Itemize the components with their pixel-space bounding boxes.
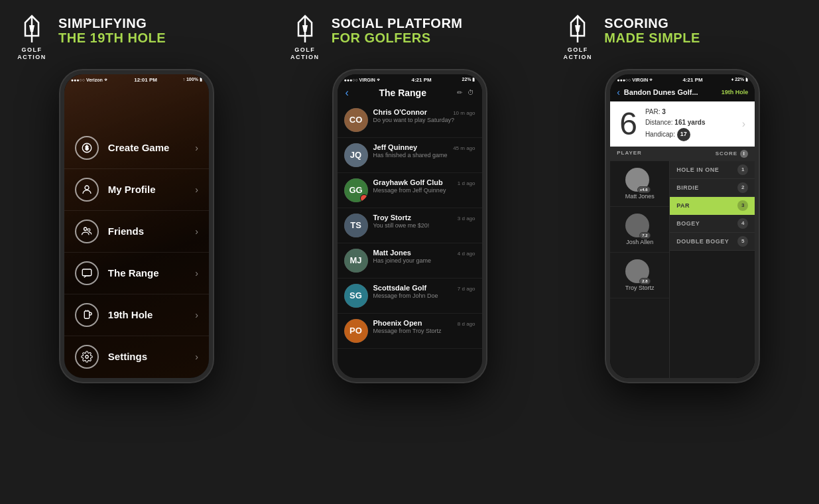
chat-avatar-2: GG [344,178,368,202]
the-range-icon-circle [75,261,99,285]
chat-content-6: Phoenix Open 8 d ago Message from Troy S… [373,319,475,334]
settings-chevron: › [195,351,198,362]
score-num-1: 2 [737,182,748,193]
menu-item-the-range[interactable]: The Range › [64,253,209,294]
hole-chevron-icon[interactable]: › [742,118,745,130]
chat-item-5[interactable]: SG Scottsdale Golf 7 d ago Message from … [338,279,482,314]
avatar-fallback-1: JQ [344,143,368,167]
chat-item-0[interactable]: CO Chris O'Connor 10 m ago Do you want t… [338,103,482,138]
player-row-1: 7.2 Josh Allen [610,207,669,253]
handicap-badge: 17 [677,128,690,141]
panel-2-tagline: SOCIAL PLATFORM FOR GOLFERS [332,13,463,45]
status-center-2: 4:21 PM [411,77,431,83]
menu-item-19th-hole[interactable]: 19th Hole › [64,294,209,336]
chat-time-3: 3 d ago [458,216,475,221]
create-game-label: Create Game [108,142,195,153]
the-range-label: The Range [108,267,195,279]
score-phone-content: ●●●○○ VIRGIN ᯤ 4:21 PM ♦ 22% ▮ ‹ Bandon … [610,74,755,378]
panels-container: GOLF ACTION SIMPLIFYING THE 19TH HOLE ●●… [0,0,819,504]
score-num-0: 1 [737,164,748,175]
logo-text-1: GOLF ACTION [17,46,46,61]
svg-text:$: $ [86,145,89,151]
chat-time-6: 8 d ago [458,321,475,327]
menu-item-create-game[interactable]: $ Create Game › [64,127,209,169]
chat-preview-2: Message from Jeff Quinney [373,187,475,194]
score-num-4: 5 [737,236,748,247]
score-header: ‹ Bandon Dunes Golf... 19th Hole [610,84,755,101]
chat-item-6[interactable]: PO Phoenix Open 8 d ago Message from Tro… [338,314,482,349]
status-center-1: 12:01 PM [134,77,157,83]
chat-item-1[interactable]: JQ Jeff Quinney 45 m ago Has finished a … [338,138,482,173]
panel-3: GOLF ACTION SCORING MADE SIMPLE ●●●○○ VI… [546,0,819,504]
score-option-3[interactable]: BOGEY 4 [670,215,755,233]
score-col-header: SCORE i [716,150,748,158]
score-info-icon[interactable]: i [740,150,748,158]
score-option-2[interactable]: PAR 3 [670,197,755,215]
chat-time-4: 4 d ago [458,251,475,257]
player-row-0: +4.6 Matt Jones [610,161,669,207]
status-bar-3: ●●●○○ VIRGIN ᯤ 4:21 PM ♦ 22% ▮ [610,74,755,84]
person-icon [81,184,93,196]
chat-title: The Range [349,88,457,98]
par-value: 3 [662,108,666,115]
svg-marker-19 [575,25,580,32]
score-option-1[interactable]: BIRDIE 2 [670,179,755,197]
status-bar-1: ●●●○○ Verizon ᯤ 12:01 PM ↑ 100% ▮ [64,74,209,84]
chat-content-2: Grayhawk Golf Club 1 d ago Message from … [373,178,475,194]
avatar-fallback-4: MJ [344,249,368,273]
chat-name-5: Scottsdale Golf [373,284,427,292]
chat-preview-5: Message from John Doe [373,292,475,299]
menu-item-settings[interactable]: Settings › [64,336,209,377]
chat-content-3: Troy Stortz 3 d ago You still owe me $20… [373,214,475,229]
score-table-header: PLAYER SCORE i [610,147,755,161]
chat-item-2[interactable]: GG Grayhawk Golf Club 1 d ago Message fr… [338,173,482,208]
chat-preview-6: Message from Troy Stortz [373,328,475,334]
player-avatar-container-1: 7.2 [625,214,649,237]
chat-item-4[interactable]: MJ Matt Jones 4 d ago Has joined your ga… [338,243,482,279]
chat-content-4: Matt Jones 4 d ago Has joined your game [373,249,475,264]
phone-screen-3: ●●●○○ VIRGIN ᯤ 4:21 PM ♦ 22% ▮ ‹ Bandon … [610,74,755,378]
friends-icon-circle [75,220,99,243]
avatar-fallback-6: PO [344,319,368,343]
svg-marker-3 [29,25,34,32]
tagline-main-1: SIMPLIFYING [58,16,166,31]
19th-hole-icon-circle [75,303,99,327]
menu-list: $ Create Game › My Profile › [64,127,209,377]
status-center-3: 4:21 PM [682,77,702,83]
chat-time-1: 45 m ago [453,145,475,151]
chat-preview-1: Has finished a shared game [373,152,475,158]
menu-item-my-profile[interactable]: My Profile › [64,169,209,211]
score-option-4[interactable]: DOUBLE BOGEY 5 [670,233,755,251]
score-back-button[interactable]: ‹ [617,87,620,97]
chat-item-3[interactable]: TS Troy Stortz 3 d ago You still owe me … [338,208,482,243]
players-column: +4.6 Matt Jones 7.2 Josh Allen [610,161,670,378]
my-profile-label: My Profile [108,184,195,195]
player-name-1: Josh Allen [626,239,653,245]
golf-action-logo-icon-2 [289,13,321,45]
score-option-0[interactable]: HOLE IN ONE 1 [670,161,755,179]
menu-item-friends[interactable]: Friends › [64,211,209,253]
score-num-2: 3 [737,200,748,211]
panel-3-tagline: SCORING MADE SIMPLE [604,13,700,45]
phone-content-1: ●●●○○ Verizon ᯤ 12:01 PM ↑ 100% ▮ $ Crea… [64,74,209,378]
panel-2-header: GOLF ACTION SOCIAL PLATFORM FOR GOLFERS [289,13,531,61]
panel-3-header: GOLF ACTION SCORING MADE SIMPLE [562,13,803,61]
svg-rect-9 [82,269,92,276]
score-label-0: HOLE IN ONE [676,166,719,173]
chat-time-5: 7 d ago [458,286,475,292]
edit-icon[interactable]: ✏ [457,89,462,96]
chat-name-4: Matt Jones [373,249,411,257]
score-options-column: HOLE IN ONE 1 BIRDIE 2 PAR 3 [670,161,755,378]
clock-icon[interactable]: ⏱ [468,89,474,96]
panel-1: GOLF ACTION SIMPLIFYING THE 19TH HOLE ●●… [0,0,273,504]
settings-label: Settings [108,351,195,362]
player-col-header: PLAYER [617,150,716,158]
chat-icon [81,267,93,279]
chat-header: ‹ The Range ✏ ⏱ [338,84,482,103]
course-name: Bandon Dunes Golf... [624,88,722,96]
beer-icon [81,309,93,321]
chat-avatar-4: MJ [344,249,368,273]
distance-value: 161 yards [674,119,705,126]
score-label-1: BIRDIE [676,184,699,191]
hole-details: PAR: 3 Distance: 161 yards Handicap: 17 [645,107,734,141]
